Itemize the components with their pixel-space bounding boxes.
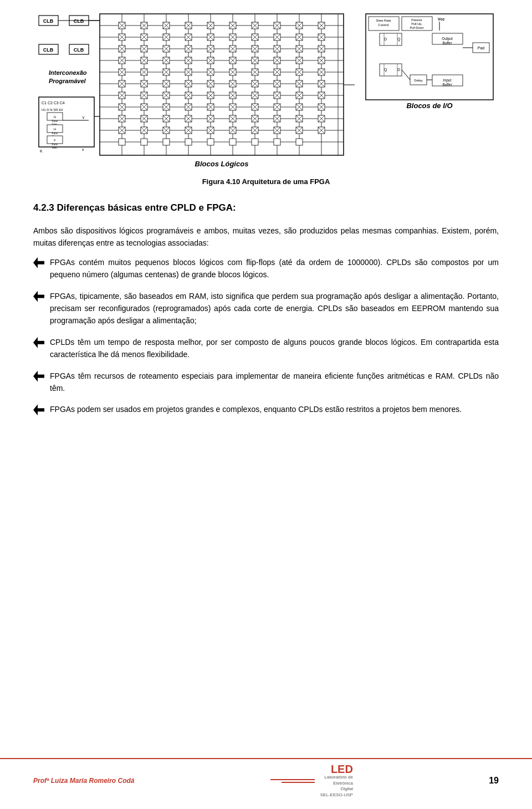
svg-text:Pull-Down: Pull-Down — [410, 26, 423, 29]
svg-text:Vcc: Vcc — [438, 17, 445, 21]
list-item: FPGAs, tipicamente, são baseados em RAM,… — [33, 290, 499, 327]
footer-author: Profª Luiza Maria Romeiro Codá — [33, 777, 134, 785]
svg-rect-361 — [296, 139, 303, 145]
bullet-arrow-icon — [33, 404, 44, 415]
svg-text:H1 D N SR E0: H1 D N SR E0 — [42, 108, 63, 111]
led-subtitle: Laboratório deEletrônicaDigitalSEL-EESO-… — [320, 775, 353, 798]
list-item: CPLDs têm um tempo de resposta melhor, p… — [33, 336, 499, 361]
led-logo: LED — [331, 764, 353, 775]
bullet-arrow-icon — [33, 291, 44, 302]
svg-text:Slew Rate: Slew Rate — [376, 19, 391, 22]
bullet-arrow-icon — [33, 371, 44, 382]
svg-rect-358 — [229, 139, 236, 145]
list-item-text: FPGAs têm recursos de roteamento especia… — [50, 370, 499, 395]
svg-rect-357 — [207, 139, 214, 145]
svg-text:Q: Q — [397, 37, 401, 42]
svg-text:CLB: CLB — [74, 18, 84, 24]
svg-text:Control: Control — [378, 23, 388, 27]
svg-text:K: K — [40, 149, 43, 153]
svg-text:H: H — [54, 128, 56, 131]
svg-rect-356 — [185, 139, 192, 145]
svg-text:CLB: CLB — [74, 47, 84, 53]
bullet-arrow-icon — [33, 257, 44, 268]
svg-text:Pad: Pad — [478, 46, 485, 50]
led-logo-area: LED Laboratório deEletrônicaDigitalSEL-E… — [320, 764, 353, 798]
svg-text:D: D — [384, 37, 387, 41]
bullet-list: FPGAs contém muitos pequenos blocos lógi… — [33, 256, 499, 416]
fpga-architecture-diagram: CLB CLB CLB CLB Interconexão Programável… — [33, 11, 499, 172]
svg-text:Buffer: Buffer — [442, 41, 452, 45]
svg-text:F: F — [54, 139, 56, 142]
svg-text:Output: Output — [442, 37, 453, 41]
intro-paragraph: Ambos são dispositivos lógicos programáv… — [33, 225, 499, 250]
svg-text:Blocos Lógicos: Blocos Lógicos — [195, 160, 249, 168]
page-footer: Profª Luiza Maria Romeiro Codá LED Labor… — [0, 758, 532, 798]
svg-text:Buffer: Buffer — [442, 83, 452, 87]
bullet-arrow-icon — [33, 337, 44, 348]
page-number: 19 — [489, 776, 499, 786]
svg-text:Interconexão: Interconexão — [49, 69, 87, 76]
svg-rect-31 — [100, 14, 344, 155]
svg-text:Programável: Programável — [49, 78, 86, 84]
list-item-text: CPLDs têm um tempo de resposta melhor, p… — [50, 336, 499, 361]
svg-text:Input: Input — [443, 78, 452, 83]
footer-line-2 — [282, 782, 315, 783]
svg-text:CLB: CLB — [43, 47, 54, 53]
footer-line-1 — [270, 779, 315, 780]
svg-text:Passive: Passive — [411, 18, 422, 22]
svg-text:Blocos de I/O: Blocos de I/O — [406, 101, 452, 110]
svg-rect-360 — [274, 139, 280, 145]
svg-rect-354 — [141, 139, 147, 145]
svg-text:Delay: Delay — [414, 79, 422, 82]
svg-text:Y: Y — [82, 116, 85, 120]
list-item: FPGAs têm recursos de roteamento especia… — [33, 370, 499, 395]
footer-right: LED Laboratório deEletrônicaDigitalSEL-E… — [270, 764, 353, 798]
svg-text:Gen.: Gen. — [52, 146, 58, 149]
page-container: CLB CLB CLB CLB Interconexão Programável… — [0, 0, 532, 809]
footer-lines — [270, 779, 315, 783]
svg-text:CLB: CLB — [43, 18, 54, 24]
svg-rect-353 — [119, 139, 125, 145]
list-item: FPGAs podem ser usados em projetos grand… — [33, 403, 499, 415]
svg-text:C1 C2 C3 C4: C1 C2 C3 C4 — [42, 101, 65, 105]
list-item: FPGAs contém muitos pequenos blocos lógi… — [33, 256, 499, 281]
svg-rect-359 — [252, 139, 258, 145]
list-item-text: FPGAs contém muitos pequenos blocos lógi… — [50, 256, 499, 281]
svg-text:Pull-Up,: Pull-Up, — [411, 22, 422, 26]
svg-text:D: D — [397, 68, 400, 72]
svg-text:x: x — [82, 147, 84, 151]
figure-caption: Figura 4.10 Arquitetura de uma FPGA — [33, 177, 499, 186]
section-heading: 4.2.3 Diferenças básicas entre CPLD e FP… — [33, 202, 499, 213]
svg-rect-355 — [163, 139, 170, 145]
svg-text:Q: Q — [384, 68, 387, 72]
svg-text:G: G — [54, 115, 57, 119]
figure-area: CLB CLB CLB CLB Interconexão Programável… — [33, 11, 499, 172]
list-item-text: FPGAs podem ser usados em projetos grand… — [50, 403, 462, 415]
list-item-text: FPGAs, tipicamente, são baseados em RAM,… — [50, 290, 499, 327]
